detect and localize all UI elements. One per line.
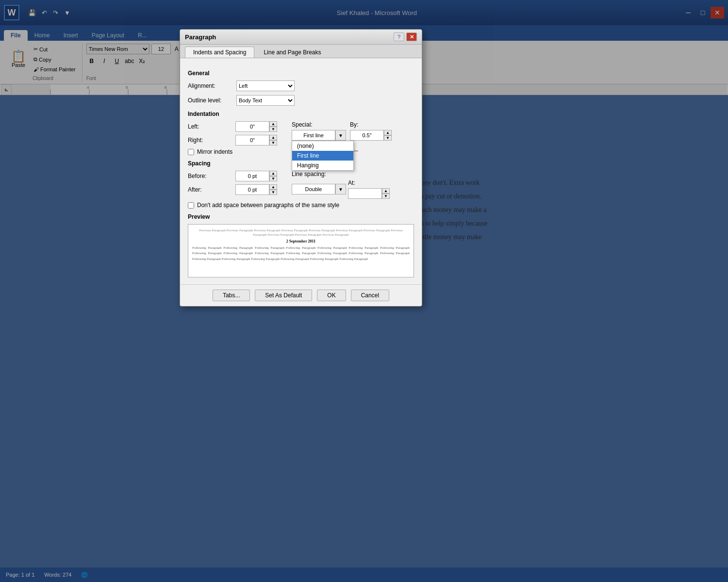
before-up[interactable]: ▲ — [269, 171, 277, 176]
spacing-main: Before: ▲ ▼ After: — [188, 171, 414, 199]
line-spacing-row: ▼ At: ▲ ▼ — [292, 179, 390, 199]
before-spin: ▲ ▼ — [235, 171, 277, 181]
dont-add-space-checkbox[interactable] — [188, 202, 194, 209]
alignment-label: Alignment: — [188, 82, 232, 89]
at-label: At: — [348, 179, 390, 186]
special-input[interactable] — [292, 130, 335, 141]
after-down[interactable]: ▼ — [269, 190, 277, 195]
dont-add-space-row: Don't add space between paragraphs of th… — [188, 202, 414, 209]
after-up[interactable]: ▲ — [269, 184, 277, 190]
by-down[interactable]: ▼ — [384, 135, 392, 141]
right-indent-label: Right: — [188, 137, 232, 144]
outline-select[interactable]: Body Text Level 1 Level 2 — [236, 95, 295, 106]
alignment-dropdown-container: Left Center Right Justified — [236, 81, 295, 91]
before-down[interactable]: ▼ — [269, 176, 277, 181]
special-select-row: ▼ — [292, 130, 346, 141]
line-spacing-label: Line spacing: — [292, 171, 390, 178]
special-by-group: Special: ▼ (none) First line — [292, 121, 392, 141]
special-dropdown-btn[interactable]: ▼ — [335, 130, 346, 141]
left-indent-label: Left: — [188, 123, 232, 130]
special-dropdown-popup: (none) First line Hanging — [292, 141, 354, 171]
by-input[interactable] — [350, 130, 384, 141]
dropdown-first-line[interactable]: First line — [292, 151, 353, 161]
before-spinners: ▲ ▼ — [269, 171, 277, 181]
special-label: Special: — [292, 121, 346, 128]
outline-dropdown-container: Body Text Level 1 Level 2 — [236, 95, 295, 106]
dialog-help-button[interactable]: ? — [394, 32, 404, 41]
tab-indents-spacing[interactable]: Indents and Spacing — [185, 47, 254, 58]
before-label: Before: — [188, 173, 232, 179]
outline-row: Outline level: Body Text Level 1 Level 2 — [188, 95, 414, 106]
before-row: Before: ▲ ▼ — [188, 171, 277, 181]
by-spin: ▲ ▼ — [350, 130, 392, 141]
dialog-footer: Tabs... Set As Default OK Cancel — [180, 284, 422, 306]
preview-prev-text: Previous Paragraph Previous Paragraph Pr… — [192, 228, 410, 237]
dialog-tabs: Indents and Spacing Line and Page Breaks — [180, 45, 422, 58]
special-dropdown-wrapper: ▼ (none) First line Hanging ← — [292, 130, 346, 141]
dialog-titlebar: Paragraph ? ✕ — [180, 30, 422, 45]
dialog-close-button[interactable]: ✕ — [406, 32, 417, 41]
right-indent-spin: ▲ ▼ — [235, 135, 277, 146]
indentation-main: Left: ▲ ▼ Right: — [188, 121, 414, 146]
tabs-button[interactable]: Tabs... — [213, 290, 250, 301]
preview-date: 2 September 2011 — [192, 239, 410, 243]
alignment-select[interactable]: Left Center Right Justified — [236, 81, 295, 91]
left-indent-down[interactable]: ▼ — [269, 127, 277, 132]
modal-overlay: Paragraph ? ✕ Indents and Spacing Line a… — [0, 0, 728, 582]
at-up[interactable]: ▲ — [382, 188, 390, 194]
general-section-label: General — [188, 70, 414, 77]
set-as-default-button[interactable]: Set As Default — [255, 290, 312, 301]
spacing-before-after: Before: ▲ ▼ After: — [188, 171, 277, 199]
dropdown-none[interactable]: (none) — [292, 141, 353, 151]
before-input[interactable] — [235, 171, 269, 181]
right-indent-up[interactable]: ▲ — [269, 135, 277, 140]
mirror-indents-label: Mirror indents — [197, 148, 232, 155]
dont-add-space-label: Don't add space between paragraphs of th… — [197, 202, 339, 209]
dialog-content: General Alignment: Left Center Right Jus… — [180, 58, 422, 284]
by-col: By: ▲ ▼ — [350, 121, 392, 141]
indent-special: Special: ▼ (none) First line — [292, 121, 392, 146]
left-indent-row: Left: ▲ ▼ — [188, 121, 277, 132]
by-spinners: ▲ ▼ — [384, 130, 392, 141]
after-row: After: ▲ ▼ — [188, 184, 277, 195]
ok-button[interactable]: OK — [317, 290, 346, 301]
after-label: After: — [188, 186, 232, 193]
by-label: By: — [350, 121, 392, 128]
outline-label: Outline level: — [188, 97, 232, 104]
at-input[interactable] — [348, 188, 382, 199]
tab-line-page-breaks[interactable]: Line and Page Breaks — [255, 47, 329, 58]
at-spinners: ▲ ▼ — [382, 188, 390, 199]
right-indent-spinners: ▲ ▼ — [269, 135, 277, 146]
indentation-section-label: Indentation — [188, 111, 414, 117]
left-indent-spinners: ▲ ▼ — [269, 121, 277, 132]
left-indent-spin: ▲ ▼ — [235, 121, 277, 132]
by-up[interactable]: ▲ — [384, 130, 392, 135]
special-col: Special: ▼ (none) First line — [292, 121, 346, 141]
preview-label: Preview — [188, 213, 414, 220]
preview-box: Previous Paragraph Previous Paragraph Pr… — [188, 224, 414, 277]
right-indent-down[interactable]: ▼ — [269, 140, 277, 146]
at-spin: ▲ ▼ — [348, 188, 390, 199]
alignment-row: Alignment: Left Center Right Justified — [188, 81, 414, 91]
cancel-button[interactable]: Cancel — [351, 290, 389, 301]
right-indent-row: Right: ▲ ▼ — [188, 135, 277, 146]
paragraph-dialog: Paragraph ? ✕ Indents and Spacing Line a… — [180, 29, 422, 307]
left-indent-input[interactable] — [235, 121, 269, 132]
dialog-controls: ? ✕ — [394, 32, 417, 41]
after-spinners: ▲ ▼ — [269, 184, 277, 195]
line-spacing-dropdown-btn[interactable]: ▼ — [335, 184, 346, 194]
after-spin: ▲ ▼ — [235, 184, 277, 195]
right-indent-input[interactable] — [235, 135, 269, 146]
left-indent-up[interactable]: ▲ — [269, 121, 277, 127]
at-col: At: ▲ ▼ — [348, 179, 390, 199]
preview-following-text: Following Paragraph Following Paragraph … — [192, 245, 410, 262]
line-spacing-col: Line spacing: ▼ At: ▲ — [292, 171, 390, 199]
dropdown-hanging[interactable]: Hanging — [292, 161, 353, 170]
after-input[interactable] — [235, 184, 269, 195]
line-spacing-select-wrap: ▼ — [292, 179, 346, 199]
mirror-indents-checkbox[interactable] — [188, 149, 194, 155]
at-down[interactable]: ▼ — [382, 194, 390, 199]
line-spacing-input[interactable] — [292, 184, 335, 194]
dialog-title: Paragraph — [185, 33, 394, 41]
indent-left-right: Left: ▲ ▼ Right: — [188, 121, 277, 146]
